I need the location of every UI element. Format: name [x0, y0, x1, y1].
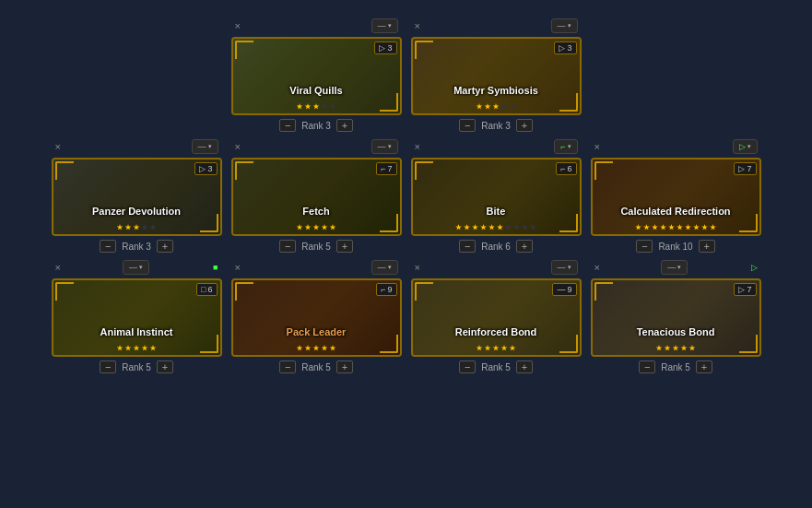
rank-badge-panzer: ▷ 3: [194, 162, 217, 175]
decrease-viral-quills[interactable]: −: [279, 119, 296, 132]
remove-viral-quills[interactable]: ×: [235, 21, 241, 31]
menu-btn-animal[interactable]: — ▾: [123, 260, 149, 275]
rank-controls-reinforced: − Rank 5 +: [459, 360, 533, 373]
star-3: [313, 345, 320, 351]
star-5: [150, 345, 157, 351]
menu-btn-bite[interactable]: ⌐ ▾: [554, 139, 577, 154]
card-tenacious[interactable]: ▷ 7 Tenacious Bond: [591, 278, 761, 357]
card-viral-quills[interactable]: ▷ 3 Viral Quills: [231, 37, 402, 115]
polarity-icon: ▷: [379, 43, 385, 53]
star-4: [322, 224, 328, 230]
polarity-corner: ⌐: [560, 142, 565, 151]
badge-number: 9: [567, 285, 571, 294]
menu-btn-pack-leader[interactable]: — ▾: [371, 260, 398, 275]
card-panzer[interactable]: ▷ 3 Panzer Devolution: [52, 158, 222, 236]
slot-reinforced: × — ▾ — 9 Reinforced Bond: [411, 258, 582, 373]
increase-panzer[interactable]: +: [157, 240, 173, 253]
card-title-tenacious: Tenacious Bond: [593, 325, 759, 338]
menu-pack-leader: — ▾: [371, 260, 398, 275]
decrease-reinforced[interactable]: −: [459, 360, 476, 373]
menu-btn-panzer[interactable]: — ▾: [192, 139, 218, 154]
increase-tenacious[interactable]: +: [696, 360, 712, 373]
menu-btn-viral-quills[interactable]: — ▾: [371, 18, 398, 33]
remove-reinforced[interactable]: ×: [415, 263, 420, 273]
star-5: [668, 224, 675, 230]
menu-arrow-icon: ▾: [208, 143, 212, 150]
menu-btn-reinforced[interactable]: — ▾: [551, 260, 578, 275]
corner-deco-tl: [415, 161, 433, 180]
increase-animal[interactable]: +: [157, 360, 173, 373]
star-1: [477, 345, 483, 351]
increase-martyr[interactable]: +: [516, 119, 533, 132]
menu-btn-tenacious[interactable]: — ▾: [661, 260, 688, 275]
decrease-tenacious[interactable]: −: [639, 360, 655, 373]
card-reinforced[interactable]: — 9 Reinforced Bond: [411, 278, 582, 357]
card-bite[interactable]: ⌐ 6 Bite: [411, 158, 582, 236]
menu-arrow-icon: ▾: [677, 264, 681, 271]
remove-panzer[interactable]: ×: [55, 142, 61, 152]
card-calculated[interactable]: ▷ 7 Calculated Redirection: [591, 158, 761, 236]
increase-viral-quills[interactable]: +: [336, 119, 353, 132]
card-martyr-symbiosis[interactable]: ▷ 3 Martyr Symbiosis: [411, 37, 582, 115]
star-4: [501, 103, 508, 110]
rank-label-fetch: Rank 5: [301, 242, 331, 252]
remove-tenacious[interactable]: ×: [594, 263, 600, 273]
increase-reinforced[interactable]: +: [516, 360, 533, 373]
remove-martyr[interactable]: ×: [415, 21, 420, 31]
increase-bite[interactable]: +: [516, 240, 533, 253]
rank-label-reinforced: Rank 5: [481, 362, 511, 372]
menu-btn-calculated[interactable]: ▷ ▾: [733, 139, 758, 154]
rank-label-viral-quills: Rank 3: [301, 121, 331, 131]
menu-calculated: ▷ ▾: [733, 139, 758, 154]
star-2: [665, 345, 671, 351]
decrease-panzer[interactable]: −: [100, 240, 116, 253]
increase-pack-leader[interactable]: +: [336, 360, 353, 373]
card-animal[interactable]: □ 6 Animal Instinct: [52, 278, 222, 357]
badge-number: 6: [207, 285, 212, 294]
minus-icon: —: [129, 263, 137, 272]
menu-tenacious: — ▾: [661, 260, 688, 275]
minus-icon: —: [558, 21, 566, 30]
menu-btn-fetch[interactable]: — ▾: [371, 139, 398, 154]
remove-animal[interactable]: ×: [55, 263, 61, 273]
remove-pack-leader[interactable]: ×: [235, 263, 241, 273]
menu-arrow-icon: ▾: [747, 143, 751, 150]
menu-martyr: — ▾: [551, 18, 578, 33]
decrease-martyr[interactable]: −: [459, 119, 476, 132]
star-1: [297, 103, 303, 110]
corner-deco-tl: [235, 282, 253, 301]
rank-controls-bite: − Rank 6 +: [459, 240, 533, 253]
star-3: [673, 345, 679, 351]
card-stars-fetch: [233, 224, 400, 230]
decrease-fetch[interactable]: −: [279, 240, 296, 253]
star-3: [472, 224, 478, 230]
star-10: [530, 224, 536, 230]
slot-fetch: × — ▾ ⌐ 7 Fetch: [231, 137, 402, 253]
decrease-calculated[interactable]: −: [636, 240, 653, 253]
decrease-animal[interactable]: −: [100, 360, 116, 373]
star-3: [493, 103, 500, 110]
card-fetch[interactable]: ⌐ 7 Fetch: [231, 158, 402, 236]
star-1: [297, 345, 303, 351]
polarity-corner: ▷: [739, 142, 746, 151]
remove-bite[interactable]: ×: [415, 142, 420, 152]
star-4: [322, 345, 328, 351]
star-3: [313, 224, 320, 230]
corner-deco-tl: [415, 282, 433, 301]
menu-arrow-icon: ▾: [139, 264, 143, 271]
card-pack-leader[interactable]: ⌐ 9 Pack Leader: [231, 278, 402, 357]
card-bg: [53, 280, 220, 355]
star-6: [677, 224, 683, 230]
rank-label-panzer: Rank 3: [122, 242, 151, 252]
star-3: [134, 345, 140, 351]
polarity-hint: ■: [213, 263, 218, 272]
star-10: [710, 224, 716, 230]
star-1: [635, 224, 641, 230]
menu-btn-martyr[interactable]: — ▾: [551, 18, 578, 33]
decrease-bite[interactable]: −: [459, 240, 476, 253]
remove-calculated[interactable]: ×: [594, 142, 600, 152]
decrease-pack-leader[interactable]: −: [279, 360, 296, 373]
increase-calculated[interactable]: +: [699, 240, 715, 253]
increase-fetch[interactable]: +: [336, 240, 353, 253]
remove-fetch[interactable]: ×: [235, 142, 241, 152]
